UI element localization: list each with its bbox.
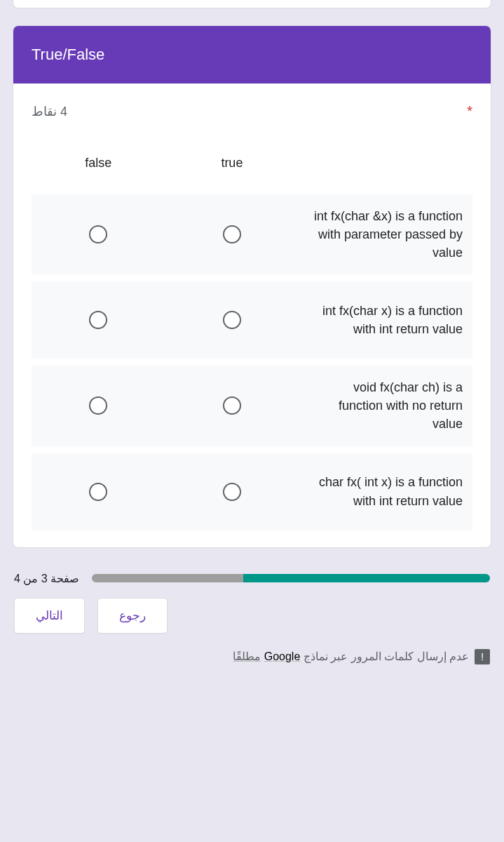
notice-post: مطلقًا [233,650,261,662]
radio-icon [89,311,107,329]
column-header-spacer [299,149,472,187]
next-button[interactable]: التالي [14,598,85,634]
question-grid: false true int fx(char &x) is a function… [32,149,472,530]
progress-fill [243,574,490,582]
row-label: char fx( int x) is a function with int r… [299,453,472,530]
radio-icon [89,396,107,415]
previous-card-edge [13,0,491,8]
back-button[interactable]: رجوع [97,598,168,634]
column-header-false: false [32,149,165,187]
report-icon[interactable]: ! [475,649,490,664]
radio-cell-row4-false[interactable] [32,453,165,530]
radio-icon [89,483,107,501]
radio-icon [223,396,241,415]
radio-cell-row1-false[interactable] [32,194,165,274]
radio-cell-row2-false[interactable] [32,281,165,359]
question-card: True/False * 4 نقاط false true int fx(ch… [13,25,491,548]
progress-bar [92,574,490,582]
row-label: int fx(char x) is a function with int re… [299,281,472,359]
points-label: 4 نقاط [32,104,67,119]
row-label: void fx(char ch) is a function with no r… [299,366,472,446]
row-label: int fx(char &x) is a function with param… [299,194,472,274]
radio-icon [89,225,107,243]
password-notice: ! عدم إرسال كلمات المرور عبر نماذج Googl… [13,646,491,664]
progress-remaining [92,574,243,582]
column-header-true: true [165,149,299,187]
radio-cell-row1-true[interactable] [165,194,299,274]
radio-cell-row3-true[interactable] [165,366,299,446]
section-title: True/False [13,26,491,83]
page-indicator: صفحة 3 من 4 [14,572,79,585]
required-indicator: * [467,103,472,119]
notice-google: Google [264,650,301,662]
radio-icon [223,483,241,501]
notice-pre: عدم إرسال كلمات المرور عبر نماذج [304,650,469,662]
progress-row: صفحة 3 من 4 [13,568,491,598]
radio-cell-row3-false[interactable] [32,366,165,446]
radio-cell-row4-true[interactable] [165,453,299,530]
radio-cell-row2-true[interactable] [165,281,299,359]
radio-icon [223,311,241,329]
radio-icon [223,225,241,243]
